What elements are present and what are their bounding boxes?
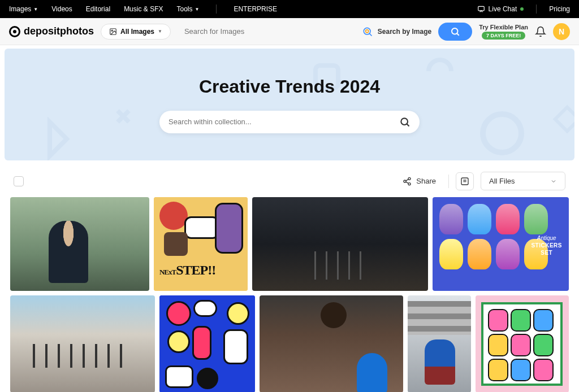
gallery-row <box>10 295 569 392</box>
chat-icon <box>477 5 485 13</box>
nav-music[interactable]: Music & SFX <box>124 5 163 13</box>
nav-music-label: Music & SFX <box>124 5 163 13</box>
svg-point-12 <box>408 182 411 185</box>
search-header: depositphotos All Images ▼ Search by Ima… <box>0 18 579 45</box>
doodle-text: NExT <box>159 268 176 276</box>
hero-banner: Creative Trends 2024 <box>5 49 574 160</box>
search-by-image-label: Search by Image <box>378 28 431 36</box>
divider <box>536 5 537 14</box>
live-chat-label: Live Chat <box>489 5 517 13</box>
doodle-artwork: NExTSTEP!! <box>154 197 248 291</box>
search-by-image-button[interactable]: Search by Image <box>362 26 431 37</box>
search-icon[interactable] <box>399 116 411 128</box>
hero-background-shapes <box>5 49 574 160</box>
search-button[interactable] <box>438 23 472 41</box>
gallery: NExTSTEP!! AntiqueSTICKERSSET <box>0 197 579 392</box>
status-dot-icon <box>520 7 524 11</box>
top-nav: Images▼ Videos Editorial Music & SFX Too… <box>0 0 579 18</box>
search-input-wrapper <box>178 27 355 36</box>
nav-images-label: Images <box>9 5 31 13</box>
notifications-button[interactable] <box>535 26 546 37</box>
divider <box>216 5 217 14</box>
embed-icon <box>460 177 469 186</box>
nav-enterprise-label: ENTERPRISE <box>234 5 277 13</box>
nav-videos[interactable]: Videos <box>51 5 72 13</box>
select-all-checkbox[interactable] <box>14 176 24 186</box>
share-icon <box>403 177 412 186</box>
caret-down-icon: ▼ <box>195 7 200 12</box>
nav-editorial-label: Editorial <box>86 5 110 13</box>
search-input[interactable] <box>184 27 348 36</box>
avatar-letter: N <box>559 27 564 36</box>
top-nav-right: Live Chat Pricing <box>477 5 570 14</box>
gallery-tile[interactable] <box>260 295 403 392</box>
logo-text: depositphotos <box>24 25 94 37</box>
svg-point-6 <box>483 114 521 153</box>
svg-point-3 <box>364 28 370 34</box>
live-chat-button[interactable]: Live Chat <box>477 5 524 13</box>
flexible-plan-cta[interactable]: Try Flexible Plan 7 DAYS FREE! <box>479 24 528 40</box>
svg-point-2 <box>111 30 113 31</box>
gallery-tile[interactable] <box>159 295 255 392</box>
gallery-tile[interactable]: AntiqueSTICKERSSET <box>433 197 569 291</box>
share-button[interactable]: Share <box>397 173 442 189</box>
nav-images[interactable]: Images▼ <box>9 5 38 13</box>
gallery-row: NExTSTEP!! AntiqueSTICKERSSET <box>10 197 569 291</box>
chevron-down-icon <box>550 178 557 185</box>
doodle-artwork <box>159 295 255 392</box>
search-icon <box>450 27 460 37</box>
gallery-tile[interactable] <box>408 295 471 392</box>
caret-down-icon: ▼ <box>33 7 38 12</box>
file-filter-label: All Files <box>489 177 515 185</box>
nav-tools-label: Tools <box>176 5 192 13</box>
hero-search-wrapper <box>159 111 420 133</box>
logo-icon <box>9 26 20 37</box>
svg-rect-8 <box>555 107 574 131</box>
top-nav-left: Images▼ Videos Editorial Music & SFX Too… <box>9 5 277 14</box>
gallery-tile[interactable]: NExTSTEP!! <box>154 197 248 291</box>
user-avatar[interactable]: N <box>553 23 570 40</box>
image-type-icon <box>109 28 117 36</box>
nav-tools[interactable]: Tools▼ <box>176 5 199 13</box>
doodle-artwork <box>483 304 560 384</box>
svg-point-11 <box>404 180 406 182</box>
svg-point-4 <box>365 29 368 32</box>
divider <box>448 175 449 188</box>
gallery-toolbar: Share All Files <box>0 160 579 197</box>
nav-videos-label: Videos <box>51 5 72 13</box>
all-images-label: All Images <box>120 28 154 36</box>
embed-button[interactable] <box>456 172 474 190</box>
caret-down-icon: ▼ <box>158 29 162 34</box>
camera-icon <box>362 26 373 37</box>
gallery-tile[interactable] <box>476 295 569 392</box>
svg-point-5 <box>452 28 458 34</box>
share-label: Share <box>416 177 436 185</box>
doodle-text: STEP!! <box>176 263 215 277</box>
nav-pricing-label: Pricing <box>549 5 570 13</box>
hero-title: Creative Trends 2024 <box>199 76 380 97</box>
stickers-label: AntiqueSTICKERSSET <box>531 234 562 256</box>
nav-enterprise[interactable]: ENTERPRISE <box>234 5 277 13</box>
nav-editorial[interactable]: Editorial <box>86 5 110 13</box>
logo[interactable]: depositphotos <box>9 25 94 37</box>
svg-rect-0 <box>478 6 484 11</box>
hero-search-input[interactable] <box>168 117 399 126</box>
nav-pricing[interactable]: Pricing <box>549 5 570 13</box>
all-images-dropdown[interactable]: All Images ▼ <box>101 24 171 40</box>
svg-point-9 <box>401 118 408 125</box>
file-filter-dropdown[interactable]: All Files <box>481 172 565 190</box>
gallery-tile[interactable] <box>252 197 427 291</box>
gallery-tile[interactable] <box>10 197 149 291</box>
flex-plan-title: Try Flexible Plan <box>479 24 528 31</box>
svg-point-10 <box>408 177 411 180</box>
gallery-tile[interactable] <box>10 295 155 392</box>
flex-plan-badge: 7 DAYS FREE! <box>482 32 525 40</box>
